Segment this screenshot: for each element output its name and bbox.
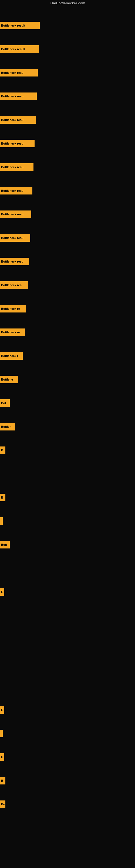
bar-label-25	[0, 730, 3, 737]
bar-row-6: Bottleneck resu	[0, 140, 35, 147]
bar-row-7: Bottleneck resu	[0, 163, 34, 171]
bar-label-26: E	[0, 753, 4, 761]
bar-label-17: Bot	[0, 399, 10, 407]
bar-label-21	[0, 517, 3, 525]
bar-label-24: E	[0, 706, 4, 714]
site-title: TheBottlenecker.com	[0, 0, 135, 7]
bar-row-14: Bottleneck re	[0, 329, 25, 336]
bar-row-23: E	[0, 588, 4, 596]
bar-row-27: B	[0, 777, 5, 784]
bar-label-27: B	[0, 777, 5, 784]
bar-row-2: Bottleneck result	[0, 45, 39, 53]
bar-label-3: Bottleneck resu	[0, 69, 38, 76]
bar-label-16: Bottlene	[0, 376, 18, 383]
bar-row-15: Bottleneck r	[0, 352, 23, 360]
bar-label-11: Bottleneck resu	[0, 258, 29, 265]
bar-row-11: Bottleneck resu	[0, 258, 29, 265]
bar-row-1: Bottleneck result	[0, 22, 40, 29]
bar-label-13: Bottleneck re	[0, 305, 26, 312]
bar-label-22: Bott	[0, 541, 10, 549]
bar-label-19: B	[0, 446, 5, 454]
bar-label-1: Bottleneck result	[0, 22, 40, 29]
bar-label-20: B	[0, 494, 5, 501]
bar-label-5: Bottleneck resu	[0, 116, 36, 124]
bar-label-6: Bottleneck resu	[0, 140, 35, 147]
bar-label-9: Bottleneck resu	[0, 211, 31, 218]
bar-label-12: Bottleneck res	[0, 281, 28, 289]
bar-label-15: Bottleneck r	[0, 352, 23, 360]
bar-row-13: Bottleneck re	[0, 305, 26, 312]
bar-row-17: Bot	[0, 399, 10, 407]
bar-label-4: Bottleneck resu	[0, 93, 37, 100]
bar-label-18: Bottlen	[0, 423, 15, 431]
bar-label-7: Bottleneck resu	[0, 163, 34, 171]
bar-row-22: Bott	[0, 541, 10, 549]
bar-row-8: Bottleneck resu	[0, 187, 32, 194]
bar-row-5: Bottleneck resu	[0, 116, 36, 124]
bar-row-12: Bottleneck res	[0, 281, 28, 289]
bar-row-9: Bottleneck resu	[0, 211, 31, 218]
bar-row-4: Bottleneck resu	[0, 93, 37, 100]
bar-label-2: Bottleneck result	[0, 45, 39, 53]
bar-row-19: B	[0, 446, 5, 454]
bar-row-26: E	[0, 753, 4, 761]
bar-row-18: Bottlen	[0, 423, 15, 431]
bar-row-25	[0, 730, 3, 737]
bar-label-10: Bottleneck resu	[0, 234, 30, 242]
bar-label-28: Bo	[0, 801, 5, 808]
bar-row-20: B	[0, 494, 5, 501]
bar-label-8: Bottleneck resu	[0, 187, 32, 194]
bar-row-28: Bo	[0, 801, 5, 808]
bar-row-21	[0, 517, 3, 525]
bar-row-24: E	[0, 706, 4, 714]
bar-label-23: E	[0, 588, 4, 596]
bar-row-3: Bottleneck resu	[0, 69, 38, 76]
bar-row-10: Bottleneck resu	[0, 234, 30, 242]
bar-label-14: Bottleneck re	[0, 329, 25, 336]
bar-row-16: Bottlene	[0, 376, 18, 383]
